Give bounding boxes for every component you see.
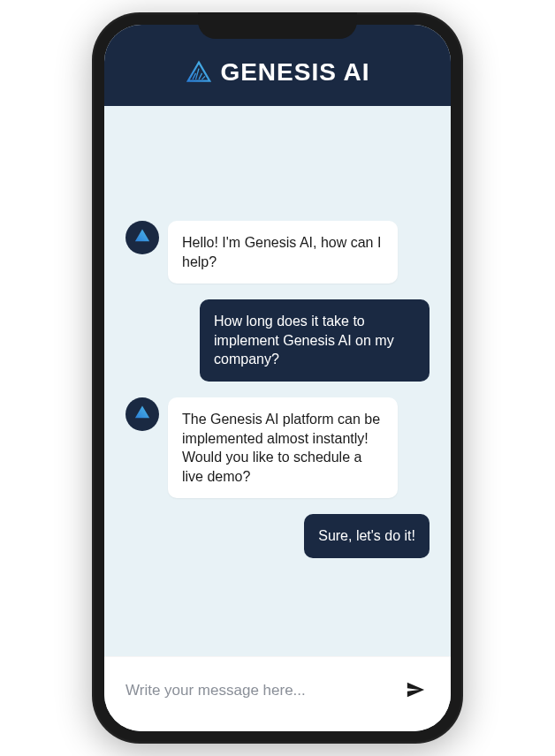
- app-header: GENESIS AI: [104, 25, 451, 106]
- message-row: How long does it take to implement Genes…: [125, 299, 430, 382]
- triangle-logo-icon: [133, 227, 151, 248]
- chat-area[interactable]: Hello! I'm Genesis AI, how can I help? H…: [104, 106, 451, 656]
- assistant-message: The Genesis AI platform can be implement…: [168, 397, 398, 498]
- brand: GENESIS AI: [185, 58, 369, 87]
- triangle-logo-icon: [133, 404, 151, 425]
- paper-plane-icon: [406, 680, 425, 702]
- avatar: [125, 221, 159, 254]
- phone-frame: GENESIS AI: [92, 12, 463, 744]
- message-row: Hello! I'm Genesis AI, how can I help?: [125, 221, 430, 284]
- message-input[interactable]: [125, 682, 391, 699]
- phone-screen: GENESIS AI: [104, 25, 451, 731]
- message-row: Sure, let's do it!: [125, 514, 430, 558]
- assistant-message: Hello! I'm Genesis AI, how can I help?: [168, 221, 398, 284]
- user-message: How long does it take to implement Genes…: [200, 299, 430, 382]
- avatar: [125, 397, 159, 431]
- send-button[interactable]: [401, 677, 430, 705]
- triangle-logo-icon: [185, 58, 213, 87]
- user-message: Sure, let's do it!: [304, 514, 430, 558]
- input-bar: [104, 656, 451, 731]
- message-row: The Genesis AI platform can be implement…: [125, 397, 430, 498]
- brand-name: GENESIS AI: [220, 58, 369, 87]
